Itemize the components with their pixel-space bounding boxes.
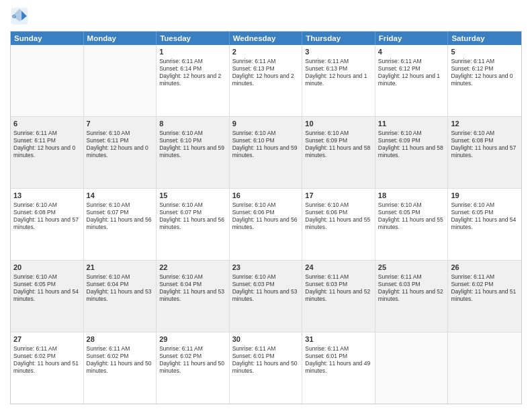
day-number: 11 xyxy=(378,119,445,129)
cal-cell xyxy=(11,45,84,116)
cal-cell: 1Sunrise: 6:11 AM Sunset: 6:14 PM Daylig… xyxy=(157,45,230,116)
cell-info: Sunrise: 6:10 AM Sunset: 6:07 PM Dayligh… xyxy=(159,201,226,231)
cal-cell xyxy=(448,332,521,404)
cal-cell: 26Sunrise: 6:11 AM Sunset: 6:02 PM Dayli… xyxy=(448,261,521,332)
cal-header-cell: Friday xyxy=(375,32,449,45)
cal-cell: 14Sunrise: 6:10 AM Sunset: 6:07 PM Dayli… xyxy=(84,189,157,260)
day-number: 19 xyxy=(451,191,519,201)
cal-header-cell: Saturday xyxy=(448,32,521,45)
day-number: 20 xyxy=(13,263,81,273)
day-number: 25 xyxy=(378,263,445,273)
cal-header-cell: Sunday xyxy=(11,32,84,45)
cal-cell: 21Sunrise: 6:10 AM Sunset: 6:04 PM Dayli… xyxy=(84,261,157,332)
cell-info: Sunrise: 6:10 AM Sunset: 6:08 PM Dayligh… xyxy=(13,201,81,231)
cal-cell xyxy=(84,45,157,116)
cal-cell: 31Sunrise: 6:11 AM Sunset: 6:01 PM Dayli… xyxy=(302,332,375,404)
cal-header-cell: Thursday xyxy=(302,32,375,45)
cal-header-cell: Tuesday xyxy=(157,32,230,45)
cal-cell: 15Sunrise: 6:10 AM Sunset: 6:07 PM Dayli… xyxy=(157,189,230,260)
cal-header-cell: Wednesday xyxy=(230,32,303,45)
cal-cell: 5Sunrise: 6:11 AM Sunset: 6:12 PM Daylig… xyxy=(448,45,521,116)
cal-cell: 4Sunrise: 6:11 AM Sunset: 6:12 PM Daylig… xyxy=(375,45,449,116)
cell-info: Sunrise: 6:11 AM Sunset: 6:03 PM Dayligh… xyxy=(378,273,445,303)
cal-cell: 30Sunrise: 6:11 AM Sunset: 6:01 PM Dayli… xyxy=(230,332,303,404)
calendar: SundayMondayTuesdayWednesdayThursdayFrid… xyxy=(10,31,522,404)
cell-info: Sunrise: 6:11 AM Sunset: 6:02 PM Dayligh… xyxy=(159,345,226,375)
cal-cell: 2Sunrise: 6:11 AM Sunset: 6:13 PM Daylig… xyxy=(230,45,303,116)
cell-info: Sunrise: 6:11 AM Sunset: 6:12 PM Dayligh… xyxy=(451,58,519,87)
day-number: 14 xyxy=(87,191,154,201)
cal-cell: 6Sunrise: 6:11 AM Sunset: 6:11 PM Daylig… xyxy=(11,117,84,188)
cal-cell: 23Sunrise: 6:10 AM Sunset: 6:03 PM Dayli… xyxy=(230,261,303,332)
cal-cell xyxy=(375,332,449,404)
cell-info: Sunrise: 6:11 AM Sunset: 6:11 PM Dayligh… xyxy=(13,130,81,159)
cal-cell: 18Sunrise: 6:10 AM Sunset: 6:05 PM Dayli… xyxy=(375,189,449,260)
cell-info: Sunrise: 6:10 AM Sunset: 6:10 PM Dayligh… xyxy=(232,130,300,159)
cal-header-cell: Monday xyxy=(84,32,157,45)
cell-info: Sunrise: 6:11 AM Sunset: 6:01 PM Dayligh… xyxy=(305,345,372,375)
day-number: 3 xyxy=(305,47,372,57)
day-number: 21 xyxy=(87,263,154,273)
day-number: 16 xyxy=(232,191,300,201)
logo-icon: G xyxy=(10,7,29,26)
cell-info: Sunrise: 6:11 AM Sunset: 6:14 PM Dayligh… xyxy=(159,58,226,87)
cell-info: Sunrise: 6:10 AM Sunset: 6:03 PM Dayligh… xyxy=(232,273,300,303)
day-number: 18 xyxy=(378,191,445,201)
cal-cell: 9Sunrise: 6:10 AM Sunset: 6:10 PM Daylig… xyxy=(230,117,303,188)
cal-cell: 27Sunrise: 6:11 AM Sunset: 6:02 PM Dayli… xyxy=(11,332,84,404)
cell-info: Sunrise: 6:11 AM Sunset: 6:02 PM Dayligh… xyxy=(13,345,81,375)
cal-cell: 25Sunrise: 6:11 AM Sunset: 6:03 PM Dayli… xyxy=(375,261,449,332)
cell-info: Sunrise: 6:10 AM Sunset: 6:08 PM Dayligh… xyxy=(451,130,519,159)
cell-info: Sunrise: 6:11 AM Sunset: 6:13 PM Dayligh… xyxy=(232,58,300,87)
day-number: 30 xyxy=(232,334,300,345)
day-number: 17 xyxy=(305,191,372,201)
page: G SundayMondayTuesdayWednesdayThursdayFr… xyxy=(0,0,532,411)
day-number: 22 xyxy=(159,263,226,273)
day-number: 5 xyxy=(451,47,519,57)
cal-cell: 17Sunrise: 6:10 AM Sunset: 6:06 PM Dayli… xyxy=(302,189,375,260)
cell-info: Sunrise: 6:11 AM Sunset: 6:13 PM Dayligh… xyxy=(305,58,372,87)
cal-cell: 8Sunrise: 6:10 AM Sunset: 6:10 PM Daylig… xyxy=(157,117,230,188)
cal-cell: 29Sunrise: 6:11 AM Sunset: 6:02 PM Dayli… xyxy=(157,332,230,404)
day-number: 23 xyxy=(232,263,300,273)
day-number: 15 xyxy=(159,191,226,201)
cell-info: Sunrise: 6:10 AM Sunset: 6:06 PM Dayligh… xyxy=(232,201,300,231)
day-number: 6 xyxy=(13,119,81,129)
day-number: 27 xyxy=(13,334,81,345)
cal-cell: 20Sunrise: 6:10 AM Sunset: 6:05 PM Dayli… xyxy=(11,261,84,332)
cal-week-row: 13Sunrise: 6:10 AM Sunset: 6:08 PM Dayli… xyxy=(11,189,521,261)
calendar-body: 1Sunrise: 6:11 AM Sunset: 6:14 PM Daylig… xyxy=(11,45,521,404)
calendar-header: SundayMondayTuesdayWednesdayThursdayFrid… xyxy=(11,32,521,45)
cal-week-row: 27Sunrise: 6:11 AM Sunset: 6:02 PM Dayli… xyxy=(11,332,521,404)
cal-week-row: 6Sunrise: 6:11 AM Sunset: 6:11 PM Daylig… xyxy=(11,117,521,189)
cell-info: Sunrise: 6:11 AM Sunset: 6:01 PM Dayligh… xyxy=(232,345,300,375)
cell-info: Sunrise: 6:10 AM Sunset: 6:09 PM Dayligh… xyxy=(378,130,445,159)
cal-week-row: 1Sunrise: 6:11 AM Sunset: 6:14 PM Daylig… xyxy=(11,45,521,117)
day-number: 28 xyxy=(87,334,154,345)
cal-cell: 19Sunrise: 6:10 AM Sunset: 6:05 PM Dayli… xyxy=(448,189,521,260)
day-number: 1 xyxy=(159,47,226,57)
cell-info: Sunrise: 6:10 AM Sunset: 6:04 PM Dayligh… xyxy=(87,273,154,303)
cell-info: Sunrise: 6:10 AM Sunset: 6:10 PM Dayligh… xyxy=(159,130,226,159)
day-number: 2 xyxy=(232,47,300,57)
cell-info: Sunrise: 6:11 AM Sunset: 6:03 PM Dayligh… xyxy=(305,273,372,303)
cell-info: Sunrise: 6:11 AM Sunset: 6:02 PM Dayligh… xyxy=(87,345,154,375)
day-number: 8 xyxy=(159,119,226,129)
day-number: 26 xyxy=(451,263,519,273)
day-number: 9 xyxy=(232,119,300,129)
cal-cell: 11Sunrise: 6:10 AM Sunset: 6:09 PM Dayli… xyxy=(375,117,449,188)
day-number: 12 xyxy=(451,119,519,129)
day-number: 4 xyxy=(378,47,445,57)
cell-info: Sunrise: 6:10 AM Sunset: 6:07 PM Dayligh… xyxy=(87,201,154,231)
logo: G xyxy=(10,7,32,26)
cal-cell: 24Sunrise: 6:11 AM Sunset: 6:03 PM Dayli… xyxy=(302,261,375,332)
cal-cell: 22Sunrise: 6:10 AM Sunset: 6:04 PM Dayli… xyxy=(157,261,230,332)
day-number: 24 xyxy=(305,263,372,273)
cell-info: Sunrise: 6:10 AM Sunset: 6:11 PM Dayligh… xyxy=(87,130,154,159)
cell-info: Sunrise: 6:10 AM Sunset: 6:06 PM Dayligh… xyxy=(305,201,372,231)
cal-cell: 12Sunrise: 6:10 AM Sunset: 6:08 PM Dayli… xyxy=(448,117,521,188)
cell-info: Sunrise: 6:11 AM Sunset: 6:12 PM Dayligh… xyxy=(378,58,445,87)
cell-info: Sunrise: 6:11 AM Sunset: 6:02 PM Dayligh… xyxy=(451,273,519,303)
cal-cell: 13Sunrise: 6:10 AM Sunset: 6:08 PM Dayli… xyxy=(11,189,84,260)
cal-cell: 10Sunrise: 6:10 AM Sunset: 6:09 PM Dayli… xyxy=(302,117,375,188)
